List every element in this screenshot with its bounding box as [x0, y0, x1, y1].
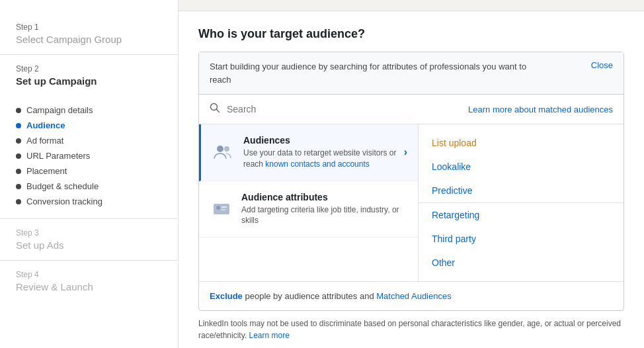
svg-point-3 [224, 146, 229, 152]
audience-attributes-icon [210, 197, 233, 221]
sidebar-item-audience[interactable]: Audience [16, 118, 162, 133]
nav-item-label: Ad format [26, 136, 63, 146]
exclude-text: people by audience attributes and [243, 291, 376, 301]
matched-audiences-link[interactable]: Matched Audiences [376, 291, 451, 301]
nav-item-label: Campaign details [26, 105, 93, 115]
step3-label: Step 3 [16, 228, 162, 238]
audience-attributes-text-wrap: Audience attributes Add targeting criter… [241, 192, 407, 227]
step4-block: Step 4 Review & Launch [0, 261, 178, 302]
options-right: List uploadLookalikePredictiveRetargetin… [419, 124, 624, 281]
svg-line-1 [217, 110, 220, 112]
step2-block: Step 2 Set up Campaign [0, 55, 178, 96]
step3-block: Step 3 Set up Ads [0, 219, 178, 260]
sidebar-item-conversion-tracking[interactable]: Conversion tracking [16, 194, 162, 209]
right-option-predictive[interactable]: Predictive [419, 179, 624, 202]
sidebar-item-budget-schedule[interactable]: Budget & schedule [16, 179, 162, 194]
content-area: Who is your target audience? Start build… [179, 11, 644, 348]
svg-rect-6 [221, 206, 227, 208]
search-input[interactable] [227, 104, 462, 114]
audiences-chevron: › [404, 146, 407, 158]
step4-title: Review & Launch [16, 281, 162, 292]
audience-attributes-title: Audience attributes [241, 192, 407, 202]
audiences-desc: Use your data to retarget website visito… [243, 148, 404, 170]
audiences-icon [212, 140, 235, 164]
nav-bullet [16, 184, 21, 189]
step1-title: Select Campaign Group [16, 34, 162, 45]
sidebar-item-ad-format[interactable]: Ad format [16, 133, 162, 148]
right-option-list-upload[interactable]: List upload [419, 131, 624, 155]
nav-bullet [16, 199, 21, 204]
search-icon [210, 103, 220, 116]
step2-label: Step 2 [16, 64, 162, 73]
main-content: Who is your target audience? Start build… [179, 0, 644, 348]
audience-attributes-desc: Add targeting criteria like job title, i… [241, 204, 407, 227]
svg-point-5 [216, 206, 220, 210]
close-button[interactable]: Close [591, 60, 613, 70]
nav-bullet [16, 153, 21, 159]
step1-label: Step 1 [16, 22, 162, 32]
options-left: Audiences Use your data to retarget webs… [199, 124, 419, 281]
svg-rect-7 [221, 209, 225, 210]
sidebar-item-url-parameters[interactable]: URL Parameters [16, 148, 162, 163]
sidebar: Step 1 Select Campaign Group Step 2 Set … [0, 0, 179, 348]
sidebar-item-campaign-details[interactable]: Campaign details [16, 103, 162, 118]
nav-item-label: Budget & schedule [26, 181, 99, 191]
audiences-text-wrap: Audiences Use your data to retarget webs… [243, 135, 404, 170]
audience-info-text: Start building your audience by searchin… [210, 60, 532, 86]
disclaimer: LinkedIn tools may not be used to discri… [198, 311, 624, 341]
nav-item-label: Audience [26, 120, 65, 130]
step2-title: Set up Campaign [16, 75, 162, 87]
right-option-lookalike[interactable]: Lookalike [419, 155, 624, 179]
option-audiences[interactable]: Audiences Use your data to retarget webs… [199, 124, 418, 181]
top-notice [179, 0, 644, 11]
svg-rect-4 [214, 204, 229, 214]
audience-card: Start building your audience by searchin… [198, 52, 624, 311]
option-audience-attributes[interactable]: Audience attributes Add targeting criter… [199, 181, 418, 238]
exclude-bar: Exclude people by audience attributes an… [199, 281, 624, 310]
sidebar-item-placement[interactable]: Placement [16, 163, 162, 179]
options-area: Audiences Use your data to retarget webs… [199, 124, 624, 281]
nav-bullet [16, 138, 21, 144]
nav-list: Campaign detailsAudienceAd formatURL Par… [0, 96, 178, 218]
right-option-retargeting[interactable]: Retargeting [419, 202, 624, 227]
exclude-link[interactable]: Exclude [210, 291, 243, 301]
nav-bullet [16, 123, 21, 128]
right-option-third-party[interactable]: Third party [419, 227, 624, 251]
nav-item-label: URL Parameters [26, 151, 90, 161]
disclaimer-learn-more-link[interactable]: Learn more [249, 331, 289, 340]
nav-item-label: Placement [26, 166, 67, 176]
nav-bullet [16, 169, 21, 174]
nav-item-label: Conversion tracking [26, 196, 102, 206]
audience-info-bar: Start building your audience by searchin… [199, 52, 624, 95]
step1-block: Step 1 Select Campaign Group [0, 13, 178, 54]
svg-point-2 [217, 146, 223, 152]
right-option-other[interactable]: Other [419, 251, 624, 275]
learn-more-link[interactable]: Learn more about matched audiences [468, 105, 613, 114]
known-contacts-link[interactable]: known contacts and accounts [265, 159, 369, 169]
audiences-title: Audiences [243, 135, 404, 146]
search-row: Learn more about matched audiences [199, 95, 624, 124]
nav-bullet [16, 108, 21, 113]
step4-label: Step 4 [16, 270, 162, 279]
step3-title: Set up Ads [16, 239, 162, 251]
section-title: Who is your target audience? [198, 27, 624, 41]
